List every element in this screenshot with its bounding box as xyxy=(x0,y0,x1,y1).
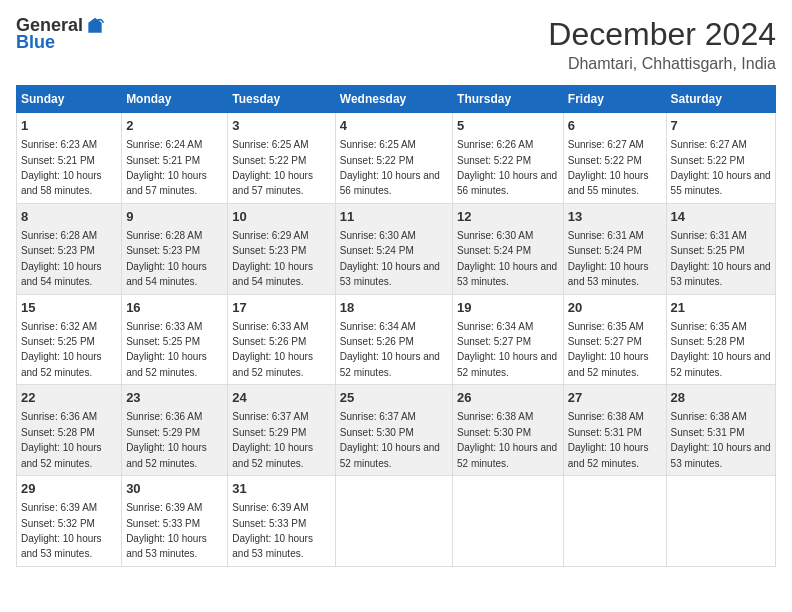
day-number: 5 xyxy=(457,117,559,135)
day-info: Sunrise: 6:23 AMSunset: 5:21 PMDaylight:… xyxy=(21,139,102,196)
header-friday: Friday xyxy=(563,86,666,113)
day-number: 8 xyxy=(21,208,117,226)
day-number: 4 xyxy=(340,117,448,135)
calendar-cell: 1 Sunrise: 6:23 AMSunset: 5:21 PMDayligh… xyxy=(17,113,122,204)
day-number: 2 xyxy=(126,117,223,135)
calendar-cell: 11 Sunrise: 6:30 AMSunset: 5:24 PMDaylig… xyxy=(335,203,452,294)
calendar-cell xyxy=(666,476,775,567)
day-number: 29 xyxy=(21,480,117,498)
day-info: Sunrise: 6:33 AMSunset: 5:25 PMDaylight:… xyxy=(126,321,207,378)
calendar-cell: 7 Sunrise: 6:27 AMSunset: 5:22 PMDayligh… xyxy=(666,113,775,204)
calendar-header-row: SundayMondayTuesdayWednesdayThursdayFrid… xyxy=(17,86,776,113)
day-number: 21 xyxy=(671,299,771,317)
calendar-cell: 2 Sunrise: 6:24 AMSunset: 5:21 PMDayligh… xyxy=(122,113,228,204)
day-number: 19 xyxy=(457,299,559,317)
day-number: 25 xyxy=(340,389,448,407)
calendar-cell: 4 Sunrise: 6:25 AMSunset: 5:22 PMDayligh… xyxy=(335,113,452,204)
calendar-cell: 27 Sunrise: 6:38 AMSunset: 5:31 PMDaylig… xyxy=(563,385,666,476)
day-info: Sunrise: 6:29 AMSunset: 5:23 PMDaylight:… xyxy=(232,230,313,287)
calendar-cell: 13 Sunrise: 6:31 AMSunset: 5:24 PMDaylig… xyxy=(563,203,666,294)
day-info: Sunrise: 6:27 AMSunset: 5:22 PMDaylight:… xyxy=(568,139,649,196)
calendar-cell xyxy=(453,476,564,567)
day-info: Sunrise: 6:38 AMSunset: 5:30 PMDaylight:… xyxy=(457,411,557,468)
day-number: 26 xyxy=(457,389,559,407)
day-info: Sunrise: 6:36 AMSunset: 5:29 PMDaylight:… xyxy=(126,411,207,468)
day-info: Sunrise: 6:26 AMSunset: 5:22 PMDaylight:… xyxy=(457,139,557,196)
day-info: Sunrise: 6:24 AMSunset: 5:21 PMDaylight:… xyxy=(126,139,207,196)
day-info: Sunrise: 6:33 AMSunset: 5:26 PMDaylight:… xyxy=(232,321,313,378)
day-number: 14 xyxy=(671,208,771,226)
calendar-table: SundayMondayTuesdayWednesdayThursdayFrid… xyxy=(16,85,776,567)
header-sunday: Sunday xyxy=(17,86,122,113)
calendar-cell: 3 Sunrise: 6:25 AMSunset: 5:22 PMDayligh… xyxy=(228,113,335,204)
day-info: Sunrise: 6:28 AMSunset: 5:23 PMDaylight:… xyxy=(126,230,207,287)
day-number: 23 xyxy=(126,389,223,407)
calendar-cell: 18 Sunrise: 6:34 AMSunset: 5:26 PMDaylig… xyxy=(335,294,452,385)
day-info: Sunrise: 6:38 AMSunset: 5:31 PMDaylight:… xyxy=(568,411,649,468)
day-number: 31 xyxy=(232,480,330,498)
calendar-cell: 25 Sunrise: 6:37 AMSunset: 5:30 PMDaylig… xyxy=(335,385,452,476)
calendar-week-row: 22 Sunrise: 6:36 AMSunset: 5:28 PMDaylig… xyxy=(17,385,776,476)
calendar-cell: 20 Sunrise: 6:35 AMSunset: 5:27 PMDaylig… xyxy=(563,294,666,385)
calendar-cell: 8 Sunrise: 6:28 AMSunset: 5:23 PMDayligh… xyxy=(17,203,122,294)
day-number: 3 xyxy=(232,117,330,135)
calendar-cell: 12 Sunrise: 6:30 AMSunset: 5:24 PMDaylig… xyxy=(453,203,564,294)
day-number: 16 xyxy=(126,299,223,317)
day-info: Sunrise: 6:37 AMSunset: 5:29 PMDaylight:… xyxy=(232,411,313,468)
day-number: 24 xyxy=(232,389,330,407)
day-info: Sunrise: 6:31 AMSunset: 5:24 PMDaylight:… xyxy=(568,230,649,287)
calendar-cell: 6 Sunrise: 6:27 AMSunset: 5:22 PMDayligh… xyxy=(563,113,666,204)
logo: General Blue xyxy=(16,16,105,53)
header-monday: Monday xyxy=(122,86,228,113)
page-header: General Blue December 2024 Dhamtari, Chh… xyxy=(16,16,776,73)
calendar-week-row: 1 Sunrise: 6:23 AMSunset: 5:21 PMDayligh… xyxy=(17,113,776,204)
calendar-cell: 5 Sunrise: 6:26 AMSunset: 5:22 PMDayligh… xyxy=(453,113,564,204)
day-info: Sunrise: 6:37 AMSunset: 5:30 PMDaylight:… xyxy=(340,411,440,468)
location-title: Dhamtari, Chhattisgarh, India xyxy=(548,55,776,73)
day-number: 11 xyxy=(340,208,448,226)
day-info: Sunrise: 6:35 AMSunset: 5:28 PMDaylight:… xyxy=(671,321,771,378)
day-number: 30 xyxy=(126,480,223,498)
day-info: Sunrise: 6:27 AMSunset: 5:22 PMDaylight:… xyxy=(671,139,771,196)
calendar-cell: 17 Sunrise: 6:33 AMSunset: 5:26 PMDaylig… xyxy=(228,294,335,385)
calendar-cell: 9 Sunrise: 6:28 AMSunset: 5:23 PMDayligh… xyxy=(122,203,228,294)
calendar-week-row: 15 Sunrise: 6:32 AMSunset: 5:25 PMDaylig… xyxy=(17,294,776,385)
day-info: Sunrise: 6:39 AMSunset: 5:32 PMDaylight:… xyxy=(21,502,102,559)
header-tuesday: Tuesday xyxy=(228,86,335,113)
calendar-cell: 21 Sunrise: 6:35 AMSunset: 5:28 PMDaylig… xyxy=(666,294,775,385)
day-info: Sunrise: 6:30 AMSunset: 5:24 PMDaylight:… xyxy=(457,230,557,287)
day-info: Sunrise: 6:34 AMSunset: 5:27 PMDaylight:… xyxy=(457,321,557,378)
header-thursday: Thursday xyxy=(453,86,564,113)
logo-icon xyxy=(85,16,105,36)
day-info: Sunrise: 6:25 AMSunset: 5:22 PMDaylight:… xyxy=(340,139,440,196)
day-info: Sunrise: 6:32 AMSunset: 5:25 PMDaylight:… xyxy=(21,321,102,378)
header-wednesday: Wednesday xyxy=(335,86,452,113)
day-number: 17 xyxy=(232,299,330,317)
day-info: Sunrise: 6:28 AMSunset: 5:23 PMDaylight:… xyxy=(21,230,102,287)
day-number: 1 xyxy=(21,117,117,135)
calendar-cell: 16 Sunrise: 6:33 AMSunset: 5:25 PMDaylig… xyxy=(122,294,228,385)
day-number: 15 xyxy=(21,299,117,317)
day-info: Sunrise: 6:31 AMSunset: 5:25 PMDaylight:… xyxy=(671,230,771,287)
day-info: Sunrise: 6:38 AMSunset: 5:31 PMDaylight:… xyxy=(671,411,771,468)
day-info: Sunrise: 6:39 AMSunset: 5:33 PMDaylight:… xyxy=(126,502,207,559)
calendar-cell: 28 Sunrise: 6:38 AMSunset: 5:31 PMDaylig… xyxy=(666,385,775,476)
day-info: Sunrise: 6:34 AMSunset: 5:26 PMDaylight:… xyxy=(340,321,440,378)
calendar-cell xyxy=(335,476,452,567)
calendar-cell: 29 Sunrise: 6:39 AMSunset: 5:32 PMDaylig… xyxy=(17,476,122,567)
day-number: 7 xyxy=(671,117,771,135)
calendar-cell: 26 Sunrise: 6:38 AMSunset: 5:30 PMDaylig… xyxy=(453,385,564,476)
calendar-cell xyxy=(563,476,666,567)
day-number: 28 xyxy=(671,389,771,407)
calendar-cell: 19 Sunrise: 6:34 AMSunset: 5:27 PMDaylig… xyxy=(453,294,564,385)
day-number: 10 xyxy=(232,208,330,226)
day-info: Sunrise: 6:36 AMSunset: 5:28 PMDaylight:… xyxy=(21,411,102,468)
day-number: 13 xyxy=(568,208,662,226)
day-info: Sunrise: 6:39 AMSunset: 5:33 PMDaylight:… xyxy=(232,502,313,559)
calendar-week-row: 8 Sunrise: 6:28 AMSunset: 5:23 PMDayligh… xyxy=(17,203,776,294)
month-title: December 2024 xyxy=(548,16,776,53)
header-saturday: Saturday xyxy=(666,86,775,113)
calendar-cell: 15 Sunrise: 6:32 AMSunset: 5:25 PMDaylig… xyxy=(17,294,122,385)
day-info: Sunrise: 6:25 AMSunset: 5:22 PMDaylight:… xyxy=(232,139,313,196)
day-info: Sunrise: 6:35 AMSunset: 5:27 PMDaylight:… xyxy=(568,321,649,378)
